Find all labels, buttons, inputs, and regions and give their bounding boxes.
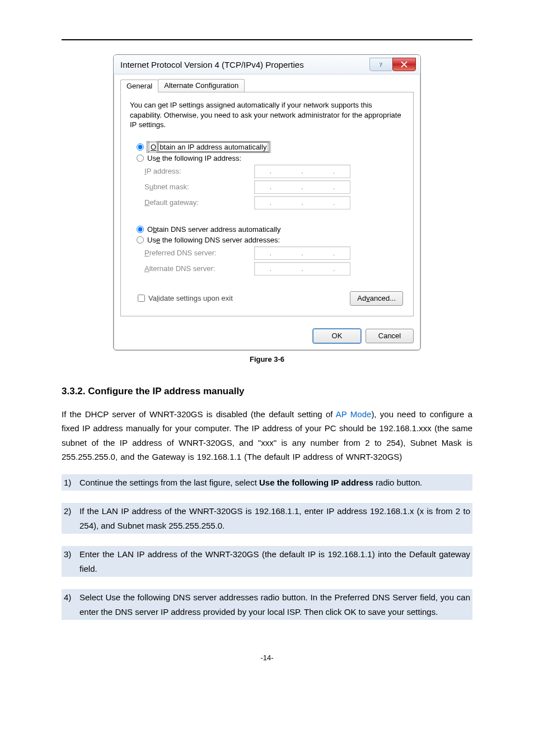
field-alternate-dns: Alternate DNS server: ... (144, 262, 397, 276)
step-3: 3) Enter the LAN IP address of the WNRT-… (62, 546, 472, 577)
radio-obtain-ip-auto[interactable]: Obtain an IP address automatically (137, 142, 397, 152)
help-icon: ? (377, 60, 385, 68)
tab-alternate-configuration[interactable]: Alternate Configuration (158, 79, 245, 92)
radio-obtain-dns-auto-input[interactable] (137, 226, 144, 233)
radio-use-following-dns-input[interactable] (137, 236, 144, 244)
preferred-dns-input[interactable]: ... (254, 246, 350, 260)
validate-checkbox[interactable] (138, 295, 145, 302)
close-button[interactable] (392, 58, 416, 71)
dialog-description: You can get IP settings assigned automat… (130, 100, 404, 130)
radio-use-following-dns[interactable]: Use the following DNS server addresses: (137, 236, 397, 244)
dialog-title: Internet Protocol Version 4 (TCP/IPv4) P… (120, 60, 369, 69)
field-subnet-mask: Subnet mask: ... (144, 180, 397, 194)
radio-use-following-ip-input[interactable] (137, 155, 144, 162)
close-icon (400, 60, 408, 68)
intro-paragraph: If the DHCP server of WNRT-320GS is disa… (62, 407, 472, 464)
help-button[interactable]: ? (369, 58, 393, 71)
step-1: 1) Continue the settings from the last f… (62, 474, 472, 491)
radio-obtain-ip-auto-input[interactable] (137, 143, 144, 151)
radio-use-following-ip[interactable]: Use the following IP address: (137, 154, 397, 162)
figure-caption: Figure 3-6 (62, 355, 472, 363)
page-number: -14- (62, 654, 472, 662)
step-2: 2) If the LAN IP address of the WNRT-320… (62, 503, 472, 534)
field-preferred-dns: Preferred DNS server: ... (144, 246, 397, 260)
tab-general-content: You can get IP settings assigned automat… (120, 92, 414, 316)
dialog-titlebar: Internet Protocol Version 4 (TCP/IPv4) P… (114, 55, 420, 74)
ip-address-input[interactable]: ... (254, 165, 350, 178)
dns-group: Obtain DNS server address automatically … (130, 221, 404, 283)
section-heading: 3.3.2. Configure the IP address manually (62, 386, 472, 397)
advanced-button[interactable]: Advanced... (350, 291, 403, 306)
ipv4-properties-dialog: Internet Protocol Version 4 (TCP/IPv4) P… (113, 54, 421, 351)
field-default-gateway: Default gateway: ... (144, 196, 397, 209)
dialog-footer: OK Cancel (114, 323, 420, 350)
radio-obtain-dns-auto[interactable]: Obtain DNS server address automatically (137, 225, 397, 234)
ap-mode-link[interactable]: AP Mode (336, 409, 372, 419)
tabs: General Alternate Configuration (120, 79, 414, 92)
subnet-mask-input[interactable]: ... (254, 180, 350, 194)
validate-checkbox-row[interactable]: Validate settings upon exit (138, 294, 233, 302)
svg-text:?: ? (380, 60, 383, 67)
ok-button[interactable]: OK (313, 329, 361, 343)
tab-general[interactable]: General (120, 80, 158, 92)
field-ip-address: IP address: ... (144, 165, 397, 178)
cancel-button[interactable]: Cancel (366, 329, 414, 343)
header-rule (62, 39, 472, 40)
ip-group: Obtain an IP address automatically Use t… (130, 138, 404, 217)
alternate-dns-input[interactable]: ... (254, 262, 350, 276)
step-4: 4) Select Use the following DNS server a… (62, 589, 472, 620)
default-gateway-input[interactable]: ... (254, 196, 350, 209)
